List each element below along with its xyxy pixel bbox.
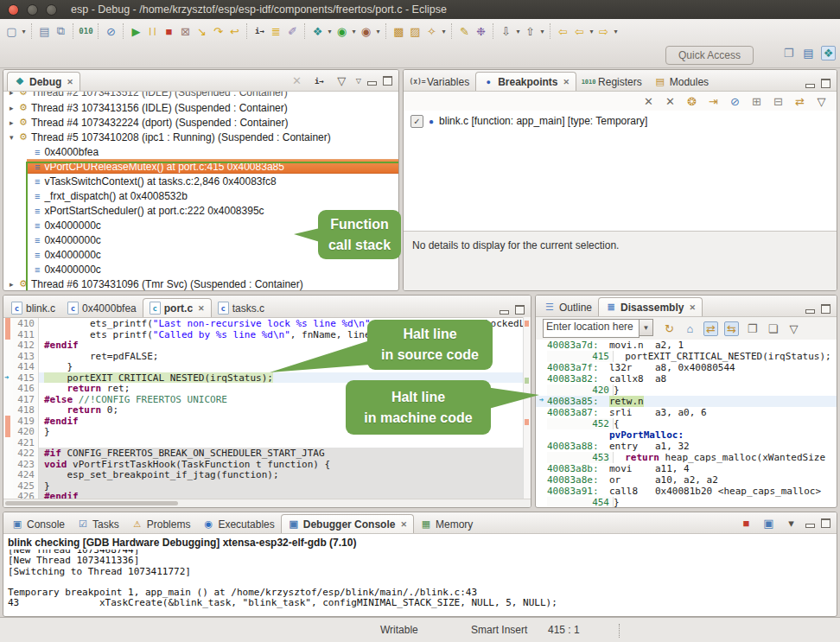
chevron-right-icon[interactable]: ▸ [10,118,17,127]
tab-debugger-console[interactable]: ▣ Debugger Console ✕ [281,514,414,533]
disassembly-line[interactable]: 40083a87:srli a3, a0, 6 [536,407,837,418]
disassembly-line[interactable]: 40083a7d:movi.n a2, 1 [536,340,837,351]
forward-dropdown-icon[interactable]: ▾ [612,28,620,35]
disconnect-icon[interactable]: ⊠ [178,24,193,39]
close-icon[interactable]: ✕ [400,520,407,529]
open-type-icon[interactable]: ▩ [391,24,406,39]
maximize-icon[interactable] [515,305,525,315]
stack-frame-row[interactable]: ≡0x4000000c [3,218,398,232]
terminate-icon[interactable]: ■ [739,516,754,531]
code-line[interactable]: 412#endif [3,340,531,351]
overview-marker[interactable] [525,321,529,327]
mark-occurrences-icon[interactable]: ✎ [457,24,472,39]
annotation-ruler[interactable] [3,437,13,448]
skip-all-breakpoints-icon[interactable]: ⊘ [728,94,742,109]
cpp-perspective-icon[interactable]: ▤ [801,46,816,60]
code-line[interactable]: 419#endif [3,416,531,427]
profile-dropdown-icon[interactable]: ▾ [374,28,382,35]
tab-console[interactable]: ▣ Console [5,515,71,533]
code-line[interactable]: 414 } [3,361,531,372]
code-line[interactable]: 411 ets_printf("Called by %s line %d\n",… [3,329,531,340]
line-number[interactable]: 410 [13,318,39,329]
debug-thread-row[interactable]: ▸⚙Thread #4 1073432224 (dport) (Suspende… [3,115,398,130]
chevron-right-icon[interactable]: ▸ [10,104,17,112]
step-return-icon[interactable]: ↩ [227,24,242,39]
breakpoint-list-item[interactable]: ✓ ● blink.c [function: app_main] [type: … [404,111,837,129]
close-icon[interactable]: ✕ [198,304,205,313]
debug-thread-row[interactable]: ▾⚙Thread #5 1073410208 (ipc1 : Running) … [3,130,398,144]
disassembly-line[interactable]: 454} [536,497,837,508]
stack-frame-row[interactable]: ≡vPortCPUReleaseMutex() at port.c:415 0x… [27,159,398,174]
line-number[interactable]: 412 [13,340,39,351]
stack-frame-row[interactable]: ≡0x4000000c [3,262,398,277]
run-dropdown-icon[interactable]: ▾ [350,28,358,35]
code-line[interactable]: 417#else //!CONFIG_FREERTOS_UNICORE [3,394,531,405]
open-resource-icon[interactable]: ▨ [408,24,423,39]
remove-all-breakpoints-icon[interactable]: ✕ [663,94,678,109]
annotation-ruler[interactable] [3,404,13,416]
stack-frame-row[interactable]: ≡_frxt_dispatch() at 0x4008532b [3,188,398,203]
stack-frame-row[interactable]: ≡xPortStartScheduler() at port.c:222 0x4… [3,203,398,218]
annotation-ruler[interactable] [3,426,13,437]
instruction-stepping-mode-icon[interactable]: i→ [312,73,327,88]
previous-annotation-dropdown-icon[interactable]: ▾ [538,28,546,35]
back-dropdown-icon[interactable]: ▾ [588,28,595,35]
disassembly-line[interactable]: 452{ [536,418,837,429]
line-number[interactable]: 420 [13,426,39,437]
view-menu-icon[interactable]: ▽ [334,73,349,88]
save-icon[interactable]: ▤ [37,24,52,39]
tab-registers[interactable]: 1010 Registers [576,73,648,91]
overview-ruler[interactable] [523,317,531,499]
search-icon[interactable]: ✧ [424,24,439,39]
disassembly-line[interactable]: 40083a8e:or a10, a2, a2 [536,474,837,486]
pin-view-icon[interactable]: ❏ [766,321,780,336]
close-icon[interactable]: ✕ [67,78,73,86]
console-output[interactable]: [New Thread 1073468744][New Thread 10734… [3,550,837,609]
disassembly-line[interactable]: 40083a8b:movi a11, 4 [536,463,837,474]
tab-outline[interactable]: ☰ Outline [538,298,598,316]
annotation-ruler[interactable] [3,459,13,470]
maximize-icon[interactable] [383,76,392,86]
line-number[interactable]: 413 [13,351,39,362]
annotation-ruler[interactable] [3,351,13,362]
line-number[interactable]: 421 [13,437,39,448]
line-number[interactable]: 418 [13,404,39,416]
disassembly-line[interactable]: 40083a91:call8 0x40081b20 <heap_caps_mal… [536,486,837,497]
code-line[interactable]: 420} [3,426,531,437]
search-dropdown-icon[interactable]: ▾ [440,28,448,35]
code-line[interactable]: 421 [3,437,531,448]
forward-icon[interactable]: ⇨ [596,24,611,39]
stack-frame-row[interactable]: ≡vTaskSwitchContext() at tasks.c:2,846 0… [3,174,398,188]
code-line[interactable]: 418 return 0; [3,404,531,416]
line-number[interactable]: 419 [13,416,39,427]
minimize-icon[interactable] [805,84,815,88]
window-close-button[interactable] [8,4,19,16]
close-icon[interactable]: ✕ [563,78,570,86]
chevron-down-icon[interactable]: ▾ [10,133,17,142]
disassembly-line[interactable]: pvPortMalloc: [536,429,837,441]
stack-frame-row[interactable]: ≡0x4000000c [3,247,398,262]
line-number[interactable]: 417 [13,394,39,405]
window-maximize-button[interactable] [46,4,57,16]
code-line[interactable]: 422#if CONFIG_FREERTOS_BREAK_ON_SCHEDULE… [3,448,531,459]
suspend-icon[interactable]: || [145,24,160,39]
display-selected-console-icon[interactable]: ▣ [761,516,776,531]
line-number[interactable]: 411 [13,329,39,340]
annotation-ruler[interactable] [3,340,13,351]
code-line[interactable]: 416 return ret; [3,383,531,394]
remove-all-terminated-icon[interactable]: ✕ [290,73,304,88]
breakpoint-checkbox[interactable]: ✓ [410,115,423,128]
tab-port-c[interactable]: c port.c ✕ [143,298,212,317]
maximize-icon[interactable] [821,79,830,88]
quick-access-button[interactable]: Quick Access [665,46,754,65]
scrollbar-thumb[interactable] [5,501,178,505]
annotation-ruler[interactable] [3,361,13,372]
debug-thread-row[interactable]: ▸⚙Thread #6 1073431096 (Tmr Svc) (Suspen… [3,277,398,291]
disassembly-line[interactable]: 420} [536,385,837,396]
use-step-filters-icon[interactable]: ✐ [285,24,300,39]
disassembly-line[interactable]: 40083a82:callx8 a8 [536,373,837,385]
tab-breakpoints[interactable]: ● Breakpoints ✕ [475,72,576,91]
collapse-all-icon[interactable]: ⊟ [771,94,786,109]
skip-all-breakpoints-icon[interactable]: ⊘ [104,24,118,39]
run-icon[interactable]: ◉ [334,24,349,39]
